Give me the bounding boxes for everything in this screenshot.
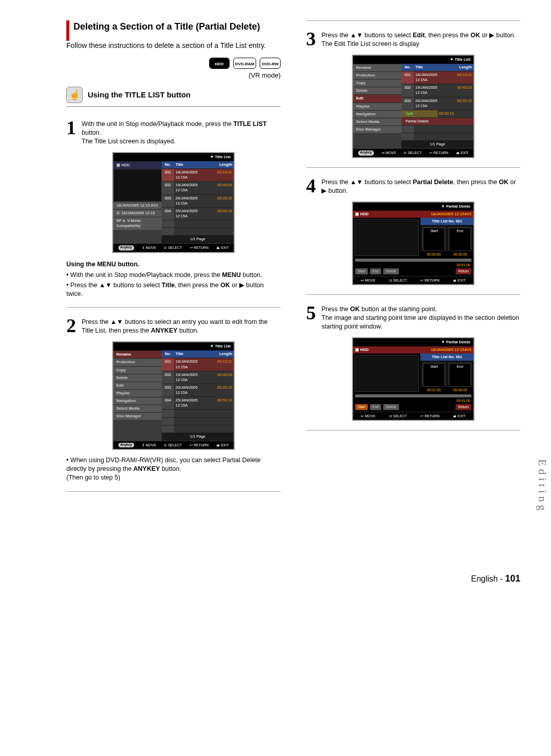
text: With the unit in Stop mode/Playback mode… xyxy=(82,120,233,128)
using-menu-heading: Using the MENU button. xyxy=(66,260,281,269)
rule xyxy=(66,106,281,107)
hand-icon: ☝ xyxy=(66,87,83,103)
info-row: SP ► V-Mode Compatibility xyxy=(113,217,162,230)
table-row: 00219/JAN/2005 12:15A00:40:03 xyxy=(162,181,234,194)
menu-item: Navigation xyxy=(113,397,162,405)
menu-item: Copy xyxy=(113,366,162,374)
pager: 1/1 Page xyxy=(162,235,234,243)
fig-title: Title List xyxy=(215,155,231,159)
subheading-row: ☝ Using the TITLE LIST button xyxy=(66,87,281,103)
separator xyxy=(306,430,520,431)
separator xyxy=(306,167,520,168)
step-body: Press the ▲▼ buttons to select Partial D… xyxy=(321,177,520,195)
figure-title-list-1: ✦ Title List ▣ HDD 18/JAN/2005 12:15 AV3… xyxy=(112,152,235,253)
menu-item: Protection xyxy=(113,358,162,366)
right-column: 3 Press the ▲▼ buttons to select Edit, t… xyxy=(306,20,520,501)
left-column: Deleting a Section of a Title (Partial D… xyxy=(66,20,281,501)
separator xyxy=(306,20,520,21)
table-row: . xyxy=(162,228,234,235)
preview-main xyxy=(355,219,419,256)
text: button. xyxy=(82,129,101,136)
step-number: 3 xyxy=(306,30,321,48)
text: The Title List screen is displayed. xyxy=(82,138,176,145)
page-footer: English - 101 xyxy=(66,572,520,585)
table-row: . xyxy=(162,220,234,228)
side-tab: Editing xyxy=(535,459,550,514)
step-number: 2 xyxy=(66,317,82,335)
menu-bullets: With the unit in Stop mode/Playback mode… xyxy=(66,271,281,298)
figure-title-list-3: ✦ Title List Rename Protection Copy Dele… xyxy=(352,55,474,158)
figure-title-list-2: ✦ Title List Rename Protection Copy Dele… xyxy=(112,341,235,450)
note-bullets: When using DVD-RAM/-RW(VR) disc, you can… xyxy=(66,456,281,482)
step-4: 4 Press the ▲▼ buttons to select Partial… xyxy=(306,177,520,195)
menu-item: Edit xyxy=(113,382,162,389)
step-number: 4 xyxy=(306,177,321,195)
vr-mode-label: (VR mode) xyxy=(66,71,281,80)
menu-item: Delete xyxy=(113,374,162,382)
step-3: 3 Press the ▲▼ buttons to select Edit, t… xyxy=(306,30,520,48)
dvd-ram-badge: DVD-RAM xyxy=(233,58,257,69)
separator xyxy=(306,294,520,295)
step-2: 2 Press the ▲▼ buttons to select an entr… xyxy=(66,317,281,335)
preview-pane xyxy=(113,169,162,201)
page-number: 101 xyxy=(505,573,520,584)
list-item: With the unit in Stop mode/Playback mode… xyxy=(66,271,281,280)
figure-partial-delete-1: ✦ Partial Delete ▣ HDD18/JAN/2005 12:15A… xyxy=(352,201,474,286)
footer-lang: English - xyxy=(471,574,503,583)
menu-item: Rename xyxy=(113,350,162,358)
fig-footer: Anykey ⇕ MOVE ⊙ SELECT ↩ RETURN ⏏ EXIT xyxy=(113,243,234,251)
intro-text: Follow these instructions to delete a se… xyxy=(66,41,281,51)
menu-item: Select Media xyxy=(113,405,162,412)
section-title-text: Deleting a Section of a Title (Partial D… xyxy=(73,20,281,33)
step-number: 1 xyxy=(66,119,82,146)
step-1: 1 With the unit in Stop mode/Playback mo… xyxy=(66,119,281,146)
dvd-rw-badge: DVD-RW xyxy=(260,58,281,69)
list-item: Press the ▲▼ buttons to select Title, th… xyxy=(66,281,281,298)
hdd-badge: HDD xyxy=(209,58,230,69)
media-badges: HDD DVD-RAM DVD-RW xyxy=(66,58,281,69)
step-number: 5 xyxy=(306,304,321,331)
figure-partial-delete-2: ✦ Partial Delete ▣ HDD18/JAN/2005 12:15A… xyxy=(352,337,474,421)
step-body: Press the ▲▼ buttons to select Edit, the… xyxy=(321,30,520,48)
table-row: 00320/JAN/2005 12:15A00:20:15 xyxy=(162,194,234,207)
list-item: When using DVD-RAM/-RW(VR) disc, you can… xyxy=(66,456,281,482)
step-body: Press the OK button at the starting poin… xyxy=(321,304,520,331)
separator xyxy=(66,307,281,308)
separator xyxy=(66,491,281,492)
table-row: 00118/JAN/2005 12:15A00:10:21 xyxy=(162,168,234,181)
subheading: Using the TITLE LIST button xyxy=(88,90,191,100)
info-row: ⏲ 18/JAN/2005 12:15 xyxy=(113,209,162,217)
src-label: ▣ HDD xyxy=(113,161,162,169)
red-accent-bar xyxy=(66,20,69,41)
step-5: 5 Press the OK button at the starting po… xyxy=(306,304,520,331)
bold: TITLE LIST xyxy=(233,120,266,128)
step-body: Press the ▲▼ buttons to select an entry … xyxy=(82,317,281,335)
menu-item: Disc Manager xyxy=(113,412,162,420)
info-row: 18/JAN/2005 12:15 AV3 xyxy=(113,201,162,209)
section-title: Deleting a Section of a Title (Partial D… xyxy=(66,20,281,33)
step-body: With the unit in Stop mode/Playback mode… xyxy=(82,119,281,146)
menu-item: Playlist xyxy=(113,389,162,397)
table-row: 00425/JAN/2005 12:15A00:50:16 xyxy=(162,207,234,220)
table-header: No.TitleLength xyxy=(162,161,234,168)
